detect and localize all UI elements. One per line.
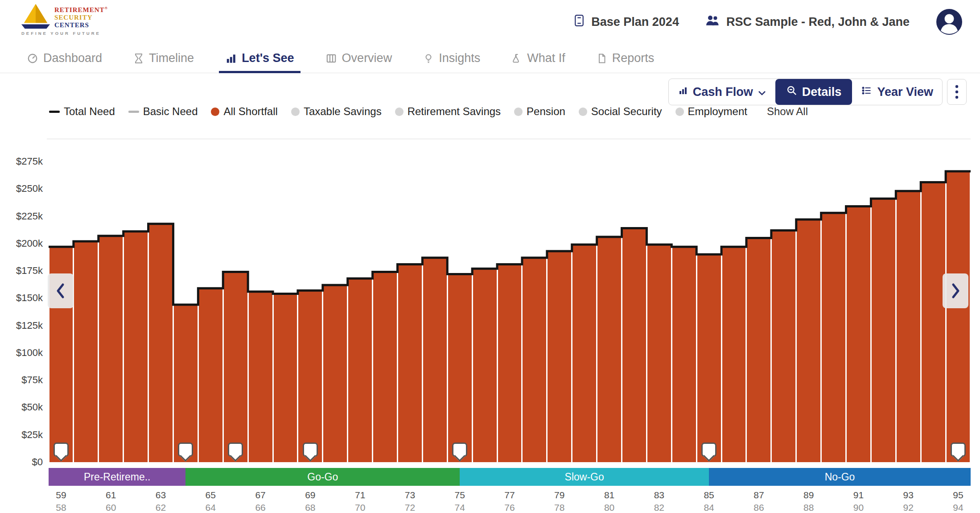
x-axis-label-primary: 69 — [297, 490, 324, 501]
x-axis-label-secondary: 72 — [396, 502, 423, 513]
x-axis-label-primary: 65 — [197, 490, 224, 501]
chevron-right-icon — [949, 281, 962, 300]
x-axis-label-secondary: 94 — [945, 502, 972, 513]
x-axis-label-primary: 93 — [895, 490, 922, 501]
x-axis-label-secondary: 70 — [347, 502, 374, 513]
x-axis-label-secondary: 84 — [696, 502, 722, 513]
shortfall-bar[interactable] — [398, 264, 422, 462]
x-axis-label-primary: 67 — [247, 490, 274, 501]
shortfall-bar[interactable] — [647, 244, 671, 462]
x-axis-label-secondary: 92 — [895, 502, 922, 513]
y-axis-label: $75k — [3, 374, 43, 386]
shortfall-bar[interactable] — [74, 241, 98, 462]
y-axis-label: $150k — [3, 292, 43, 304]
shortfall-bar[interactable] — [847, 206, 870, 462]
chart-type-label: Cash Flow — [693, 85, 753, 99]
scroll-left-button[interactable] — [48, 273, 74, 308]
plot-top-border — [47, 139, 971, 139]
shortfall-bar[interactable] — [498, 264, 522, 462]
more-options-button[interactable] — [947, 79, 967, 105]
x-axis-label-primary: 95 — [945, 490, 972, 501]
shortfall-bar[interactable] — [473, 269, 497, 462]
x-axis-label-secondary: 74 — [446, 502, 473, 513]
x-axis-label-primary: 75 — [446, 490, 473, 501]
x-axis-label-primary: 59 — [48, 490, 74, 501]
y-axis-label: $275k — [3, 156, 43, 167]
phase-band-slow-go: Slow-Go — [460, 468, 709, 486]
shortfall-bar[interactable] — [872, 199, 895, 462]
y-axis-label: $175k — [3, 265, 43, 277]
shortfall-bar[interactable] — [697, 254, 721, 462]
scroll-right-button[interactable] — [943, 273, 968, 308]
y-axis-label: $25k — [3, 429, 43, 441]
year-view-label: Year View — [877, 85, 933, 99]
y-axis-label: $50k — [3, 401, 43, 413]
year-view-button[interactable]: Year View — [852, 79, 942, 105]
shortfall-bar[interactable] — [174, 305, 198, 462]
shortfall-bar[interactable] — [323, 285, 347, 462]
shortfall-bar[interactable] — [199, 288, 222, 462]
x-axis-label-primary: 79 — [546, 490, 573, 501]
shortfall-bar[interactable] — [423, 258, 447, 462]
shortfall-bar[interactable] — [747, 238, 770, 462]
shortfall-bar[interactable] — [298, 290, 322, 462]
phase-band-go-go: Go-Go — [185, 468, 460, 486]
shortfall-bar[interactable] — [772, 230, 795, 462]
chart-controls-group: Cash Flow Details Year View — [668, 79, 943, 105]
y-axis-label: $100k — [3, 347, 43, 359]
details-button[interactable]: Details — [775, 79, 852, 105]
shortfall-bar[interactable] — [822, 213, 845, 462]
shortfall-bar[interactable] — [448, 274, 472, 462]
shortfall-bar[interactable] — [672, 247, 696, 462]
x-axis-label-primary: 89 — [795, 490, 822, 501]
x-axis-label-secondary: 58 — [48, 502, 74, 513]
x-axis-label-secondary: 80 — [596, 502, 623, 513]
event-marker[interactable] — [951, 443, 966, 457]
shortfall-bar[interactable] — [348, 278, 372, 462]
phase-band-no-go: No-Go — [709, 468, 971, 486]
x-axis-label-secondary: 88 — [795, 502, 822, 513]
event-marker[interactable] — [452, 443, 467, 457]
shortfall-bar[interactable] — [523, 258, 546, 462]
shortfall-bar[interactable] — [224, 272, 247, 462]
shortfall-bar[interactable] — [622, 228, 646, 462]
shortfall-bar[interactable] — [922, 182, 945, 462]
event-marker[interactable] — [54, 443, 69, 457]
y-axis-label: $225k — [3, 211, 43, 222]
shortfall-bar[interactable] — [373, 272, 397, 462]
shortfall-bar[interactable] — [149, 224, 173, 462]
details-label: Details — [802, 85, 842, 99]
x-axis-label-primary: 81 — [596, 490, 623, 501]
x-axis-label-secondary: 82 — [646, 502, 672, 513]
x-axis-label-secondary: 90 — [845, 502, 872, 513]
shortfall-bar[interactable] — [124, 232, 148, 462]
chart-toolbar: Cash Flow Details Year View — [668, 79, 967, 105]
event-marker[interactable] — [303, 443, 318, 457]
x-axis-label-secondary: 68 — [297, 502, 324, 513]
shortfall-bar[interactable] — [249, 292, 272, 462]
x-axis-label-primary: 85 — [696, 490, 722, 501]
x-axis-label-primary: 77 — [496, 490, 523, 501]
shortfall-bar[interactable] — [99, 236, 123, 462]
event-marker[interactable] — [228, 443, 243, 457]
shortfall-bar[interactable] — [797, 219, 820, 462]
chevron-down-icon — [758, 85, 766, 99]
x-axis-label-secondary: 86 — [745, 502, 772, 513]
x-axis-label-primary: 63 — [148, 490, 174, 501]
shortfall-bar[interactable] — [548, 251, 571, 462]
x-axis-label-primary: 83 — [646, 490, 672, 501]
y-axis-label: $200k — [3, 238, 43, 249]
shortfall-bar[interactable] — [274, 294, 297, 462]
shortfall-bar[interactable] — [722, 247, 746, 462]
event-marker[interactable] — [178, 443, 193, 457]
x-axis-label-secondary: 76 — [496, 502, 523, 513]
chart-type-dropdown[interactable]: Cash Flow — [669, 79, 775, 105]
shortfall-bar[interactable] — [897, 191, 920, 462]
shortfall-bar[interactable] — [572, 244, 596, 462]
shortfall-bar[interactable] — [947, 171, 970, 462]
event-marker[interactable] — [701, 443, 716, 457]
zoom-out-icon — [786, 85, 798, 99]
shortfall-bar[interactable] — [597, 237, 621, 462]
kebab-icon — [955, 84, 959, 99]
x-axis-label-primary: 61 — [98, 490, 124, 501]
